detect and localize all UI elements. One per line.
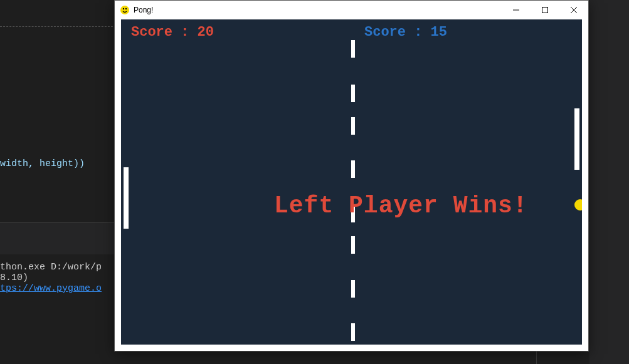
paddle-right xyxy=(574,108,579,170)
svg-point-1 xyxy=(123,8,124,9)
window-controls xyxy=(502,1,588,19)
terminal-line: 8.10) xyxy=(0,273,102,283)
maximize-icon xyxy=(542,7,548,13)
center-dash xyxy=(351,236,355,254)
center-dash xyxy=(351,160,355,178)
editor-preview-gutter xyxy=(589,0,629,364)
score-right: Score : 15 xyxy=(364,24,447,40)
center-dash xyxy=(351,117,355,135)
terminal-output: thon.exe D:/work/p 8.10) tps://www.pygam… xyxy=(0,262,102,294)
win-message: Left Player Wins! xyxy=(274,192,528,219)
center-dash xyxy=(351,85,355,102)
paddle-left xyxy=(124,167,129,229)
terminal-link-line: tps://www.pygame.o xyxy=(0,283,102,294)
minimize-icon xyxy=(513,7,519,13)
game-window: Pong! Score : 20 Score : 15 Left Player … xyxy=(114,0,589,351)
center-dash xyxy=(351,323,355,341)
game-canvas[interactable]: Score : 20 Score : 15 Left Player Wins! xyxy=(121,19,582,345)
terminal-line: thon.exe D:/work/p xyxy=(0,262,102,273)
close-icon xyxy=(571,7,577,13)
score-left: Score : 20 xyxy=(131,24,214,40)
svg-point-2 xyxy=(125,8,127,9)
center-net xyxy=(351,19,355,345)
window-titlebar[interactable]: Pong! xyxy=(115,1,588,19)
window-icon xyxy=(120,5,130,15)
editor-code-line: width, height)) xyxy=(0,159,85,169)
close-button[interactable] xyxy=(559,1,588,19)
svg-point-0 xyxy=(120,6,129,14)
center-dash xyxy=(351,280,355,298)
minimize-button[interactable] xyxy=(502,1,531,19)
center-dash xyxy=(351,40,355,58)
editor-fold-line xyxy=(0,26,113,27)
svg-rect-4 xyxy=(542,8,548,13)
terminal-link[interactable]: tps://www.pygame.o xyxy=(0,283,102,294)
maximize-button[interactable] xyxy=(531,1,559,19)
window-title: Pong! xyxy=(134,6,153,14)
ball xyxy=(574,199,582,211)
